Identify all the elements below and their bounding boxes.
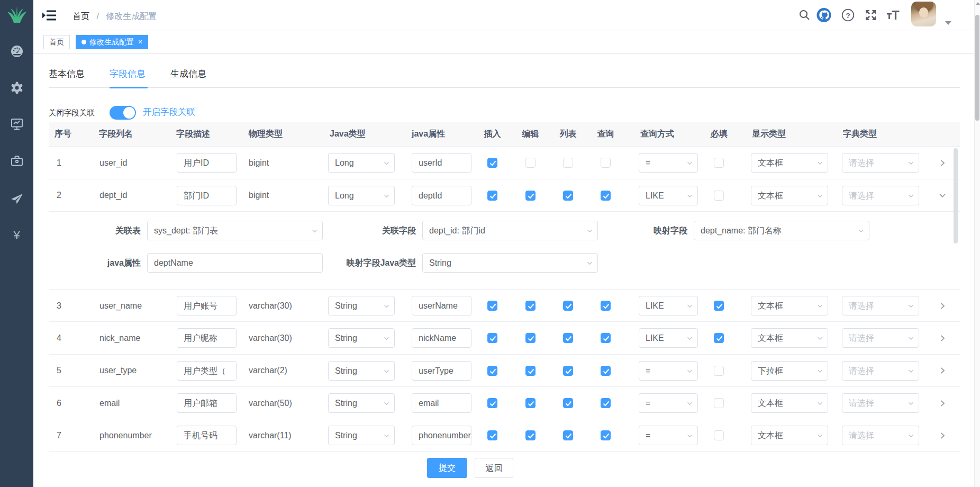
java-type-select[interactable]: Long (328, 186, 395, 205)
column-desc-input[interactable]: 用户类型（ (177, 361, 237, 381)
expand-row-icon[interactable] (938, 302, 947, 310)
list-checkbox[interactable] (563, 301, 573, 311)
required-checkbox[interactable] (714, 191, 724, 201)
column-desc-input[interactable]: 用户账号 (177, 296, 237, 315)
required-checkbox[interactable] (714, 301, 724, 311)
query-checkbox[interactable] (601, 430, 611, 440)
expand-java-field-input[interactable]: deptName (147, 253, 323, 273)
expand-row-icon[interactable] (938, 334, 947, 342)
help-icon[interactable]: ? (840, 7, 855, 22)
edit-checkbox[interactable] (525, 191, 536, 201)
dict-type-select[interactable]: 请选择 (842, 426, 919, 445)
java-field-input[interactable]: nickName (412, 328, 471, 348)
java-field-input[interactable]: email (412, 393, 471, 413)
java-type-select[interactable]: String (328, 393, 395, 413)
list-checkbox[interactable] (563, 333, 573, 343)
html-type-select[interactable]: 文本框 (751, 328, 828, 348)
insert-checkbox[interactable] (487, 191, 497, 201)
required-checkbox[interactable] (714, 398, 724, 408)
html-type-select[interactable]: 文本框 (751, 153, 828, 173)
sidebar-item-dashboard[interactable] (0, 44, 33, 59)
tag-close-icon[interactable]: × (138, 38, 142, 46)
edit-checkbox[interactable] (525, 158, 536, 168)
tab-field-info[interactable]: 字段信息 (110, 67, 146, 81)
query-way-select[interactable]: = (639, 361, 698, 381)
dict-type-select[interactable]: 请选择 (842, 361, 919, 381)
java-field-input[interactable]: userId (412, 153, 471, 173)
query-checkbox[interactable] (601, 158, 611, 168)
column-desc-input[interactable]: 用户昵称 (177, 328, 237, 348)
expand-1-select[interactable]: sys_dept: 部门表 (147, 221, 323, 240)
query-way-select[interactable]: = (639, 153, 698, 173)
expand-java-type-select[interactable]: String (422, 253, 598, 273)
html-type-select[interactable]: 文本框 (751, 296, 828, 315)
insert-checkbox[interactable] (487, 430, 497, 440)
query-checkbox[interactable] (601, 366, 611, 376)
query-way-select[interactable]: LIKE (639, 328, 698, 348)
sidebar-item-monitor[interactable] (0, 117, 33, 132)
query-way-select[interactable]: = (639, 393, 698, 413)
edit-checkbox[interactable] (525, 430, 536, 440)
table-scrollbar-thumb[interactable] (954, 148, 958, 244)
html-type-select[interactable]: 下拉框 (751, 361, 828, 381)
html-type-select[interactable]: 文本框 (751, 426, 828, 445)
java-type-select[interactable]: String (328, 426, 395, 445)
page-scrollbar[interactable] (974, 0, 980, 487)
html-type-select[interactable]: 文本框 (751, 393, 828, 413)
list-checkbox[interactable] (563, 158, 573, 168)
list-checkbox[interactable] (563, 398, 573, 408)
required-checkbox[interactable] (714, 333, 724, 343)
list-checkbox[interactable] (563, 430, 573, 440)
breadcrumb-home[interactable]: 首页 (72, 12, 89, 21)
avatar-dropdown-caret-icon[interactable] (945, 21, 951, 25)
tab-gen-info[interactable]: 生成信息 (170, 67, 206, 81)
column-desc-input[interactable]: 部门ID (177, 186, 237, 205)
java-field-input[interactable]: userName (412, 296, 471, 315)
scroll-up-arrow-icon[interactable] (976, 2, 980, 5)
edit-checkbox[interactable] (525, 333, 536, 343)
dict-type-select[interactable]: 请选择 (842, 296, 919, 315)
column-desc-input[interactable]: 用户邮箱 (177, 393, 237, 413)
dict-type-select[interactable]: 请选择 (842, 186, 919, 205)
search-icon[interactable] (797, 7, 812, 22)
java-type-select[interactable]: String (328, 328, 395, 348)
java-field-input[interactable]: phonenumber (412, 426, 471, 445)
insert-checkbox[interactable] (487, 366, 497, 376)
user-avatar[interactable] (911, 2, 936, 26)
github-icon[interactable] (816, 7, 831, 22)
insert-checkbox[interactable] (487, 398, 497, 408)
sidebar-item-tool[interactable] (0, 154, 33, 168)
required-checkbox[interactable] (714, 366, 724, 376)
dict-type-select[interactable]: 请选择 (842, 328, 919, 348)
dict-type-select[interactable]: 请选择 (842, 153, 919, 173)
column-desc-input[interactable]: 手机号码 (177, 426, 237, 445)
query-checkbox[interactable] (601, 333, 611, 343)
tab-basic-info[interactable]: 基本信息 (49, 67, 85, 81)
query-way-select[interactable]: LIKE (639, 296, 698, 315)
expand-3-select[interactable]: dept_name: 部门名称 (694, 221, 869, 240)
java-type-select[interactable]: String (328, 296, 395, 315)
dict-type-select[interactable]: 请选择 (842, 393, 919, 413)
expand-row-icon[interactable] (938, 191, 947, 200)
java-type-select[interactable]: Long (328, 153, 395, 173)
insert-checkbox[interactable] (487, 333, 497, 343)
expand-row-icon[interactable] (938, 399, 947, 408)
sidebar-item-pay[interactable]: ¥ (0, 229, 33, 242)
query-checkbox[interactable] (601, 191, 611, 201)
required-checkbox[interactable] (714, 158, 724, 168)
edit-checkbox[interactable] (525, 301, 536, 311)
edit-checkbox[interactable] (525, 398, 536, 408)
html-type-select[interactable]: 文本框 (751, 186, 828, 205)
query-checkbox[interactable] (601, 398, 611, 408)
java-type-select[interactable]: String (328, 361, 395, 381)
insert-checkbox[interactable] (487, 301, 497, 311)
java-field-input[interactable]: deptId (412, 186, 471, 205)
java-field-input[interactable]: userType (412, 361, 471, 381)
sidebar-item-system[interactable] (0, 80, 33, 95)
expand-row-icon[interactable] (938, 159, 947, 167)
edit-checkbox[interactable] (525, 366, 536, 376)
back-button[interactable]: 返回 (475, 458, 513, 478)
insert-checkbox[interactable] (487, 158, 497, 168)
query-way-select[interactable]: LIKE (639, 186, 698, 205)
sidebar-item-send[interactable] (0, 191, 33, 206)
